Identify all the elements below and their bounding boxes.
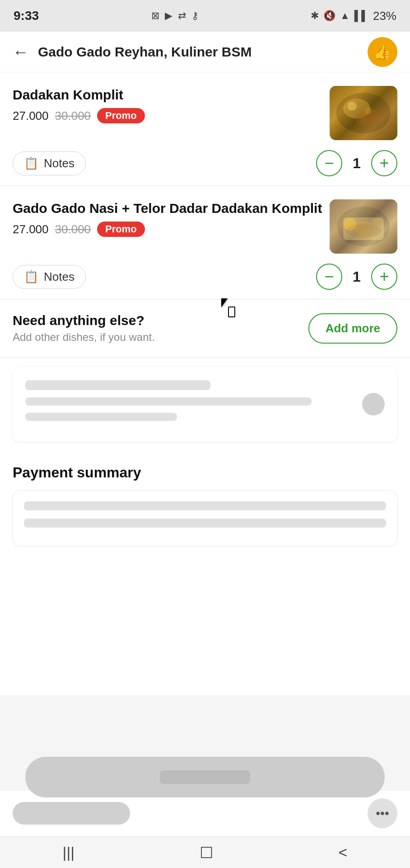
wifi-icon: ▲ (340, 10, 350, 22)
bluetooth-icon: ✱ (311, 10, 319, 22)
page-title: Gado Gado Reyhan, Kuliner BSM (38, 44, 252, 60)
more-icon: ••• (376, 806, 389, 821)
promo-badge: Promo (97, 222, 145, 237)
cart-item-top: Gado Gado Nasi + Telor Dadar Dadakan Kom… (13, 199, 397, 254)
skeleton-line (25, 413, 177, 421)
item-price-old: 30.000 (55, 109, 91, 123)
skeleton-line (25, 397, 312, 406)
item-pricing: 27.000 30.000 Promo (13, 108, 322, 123)
notes-button-1[interactable]: 📋 Notes (13, 151, 86, 175)
cart-item: Gado Gado Nasi + Telor Dadar Dadakan Kom… (0, 186, 410, 299)
battery-percent: 23% (373, 9, 396, 23)
svg-point-10 (373, 217, 382, 226)
icon-video: ▶ (165, 10, 172, 22)
cart-item-info: Dadakan Komplit 27.000 30.000 Promo (13, 86, 322, 123)
nav-back-button[interactable]: < (339, 844, 348, 861)
checkout-area (0, 757, 410, 805)
mute-icon: 🔇 (323, 10, 335, 22)
payment-summary-title: Payment summary (13, 464, 397, 481)
skeleton-line (25, 380, 210, 390)
increase-qty-button-2[interactable]: + (371, 264, 397, 290)
skeleton-card (13, 367, 397, 442)
item-name: Gado Gado Nasi + Telor Dadar Dadakan Kom… (13, 199, 322, 217)
restaurant-thumb-button[interactable]: 👍 (368, 37, 397, 67)
plus-icon: + (379, 269, 389, 285)
decrease-qty-button-2[interactable]: − (316, 264, 342, 290)
bottom-spacer (0, 560, 410, 695)
item-price-new: 27.000 (13, 222, 49, 236)
promo-badge: Promo (97, 108, 145, 123)
skeleton-circle (362, 393, 385, 415)
increase-qty-button-1[interactable]: + (371, 150, 397, 176)
status-icons: ⊠ ▶ ⇄ ⚷ (151, 10, 199, 22)
icon-key: ⚷ (191, 10, 199, 22)
back-button[interactable]: ← (13, 44, 29, 60)
header: ← Gado Gado Reyhan, Kuliner BSM 👍 (0, 32, 410, 72)
item-name: Dadakan Komplit (13, 86, 322, 104)
svg-point-4 (364, 107, 372, 114)
payment-summary-section: Payment summary (0, 451, 410, 560)
quantity-value-2: 1 (351, 269, 362, 285)
add-more-title: Need anything else? (13, 313, 155, 328)
food-image-1 (330, 86, 397, 140)
food-svg-2 (330, 199, 397, 254)
svg-point-5 (356, 114, 367, 125)
status-bar: 9:33 ⊠ ▶ ⇄ ⚷ ✱ 🔇 ▲ ▌▌ 23% (0, 0, 410, 32)
add-more-text: Need anything else? Add other dishes, if… (13, 313, 155, 344)
notes-icon: 📋 (24, 270, 38, 284)
main-content: Dadakan Komplit 27.000 30.000 Promo (0, 72, 410, 695)
food-svg-1 (330, 86, 397, 140)
nav-menu-button[interactable]: ||| (63, 844, 75, 861)
decrease-qty-button-1[interactable]: − (316, 150, 342, 176)
header-left: ← Gado Gado Reyhan, Kuliner BSM (13, 44, 252, 60)
checkout-button[interactable] (25, 757, 385, 797)
cart-item-top: Dadakan Komplit 27.000 30.000 Promo (13, 86, 397, 140)
item-pricing: 27.000 30.000 Promo (13, 222, 322, 237)
svg-point-11 (345, 224, 382, 238)
quantity-value-1: 1 (351, 155, 362, 172)
item-image (330, 86, 397, 140)
nav-home-button[interactable]: ☐ (200, 844, 213, 862)
item-price-old: 30.000 (55, 222, 91, 236)
notes-label: Notes (44, 270, 75, 284)
cart-item-bottom: 📋 Notes − 1 + (13, 264, 397, 290)
payment-skeleton-card (13, 490, 397, 546)
icon-screen-off: ⊠ (151, 10, 159, 22)
add-more-section: Need anything else? Add other dishes, if… (0, 299, 410, 358)
add-more-button[interactable]: Add more (308, 313, 397, 344)
notes-icon: 📋 (24, 156, 38, 170)
notes-button-2[interactable]: 📋 Notes (13, 265, 86, 289)
food-image-2 (330, 199, 397, 254)
android-nav: ||| ☐ < (0, 836, 410, 868)
item-price-new: 27.000 (13, 109, 49, 123)
skeleton-line (24, 501, 386, 510)
bottom-bar-skeleton (13, 802, 130, 825)
skeleton-row-1 (25, 380, 385, 428)
svg-point-3 (348, 102, 357, 111)
cart-item-info: Gado Gado Nasi + Telor Dadar Dadakan Kom… (13, 199, 322, 237)
item-image (330, 199, 397, 254)
notes-label: Notes (44, 156, 75, 170)
skeleton-line (24, 519, 386, 528)
status-right: ✱ 🔇 ▲ ▌▌ 23% (311, 9, 396, 23)
quantity-controls-1: − 1 + (316, 150, 397, 176)
cart-item: Dadakan Komplit 27.000 30.000 Promo (0, 72, 410, 186)
signal-icon: ▌▌ (354, 10, 368, 22)
add-more-subtitle: Add other dishes, if you want. (13, 331, 155, 344)
plus-icon: + (379, 155, 389, 171)
checkout-skeleton (160, 770, 250, 784)
status-time: 9:33 (14, 9, 39, 23)
quantity-controls-2: − 1 + (316, 264, 397, 290)
icon-transfer: ⇄ (178, 10, 186, 22)
thumb-icon: 👍 (373, 43, 391, 61)
minus-icon: − (324, 269, 334, 285)
minus-icon: − (324, 155, 334, 171)
cart-item-bottom: 📋 Notes − 1 + (13, 150, 397, 176)
